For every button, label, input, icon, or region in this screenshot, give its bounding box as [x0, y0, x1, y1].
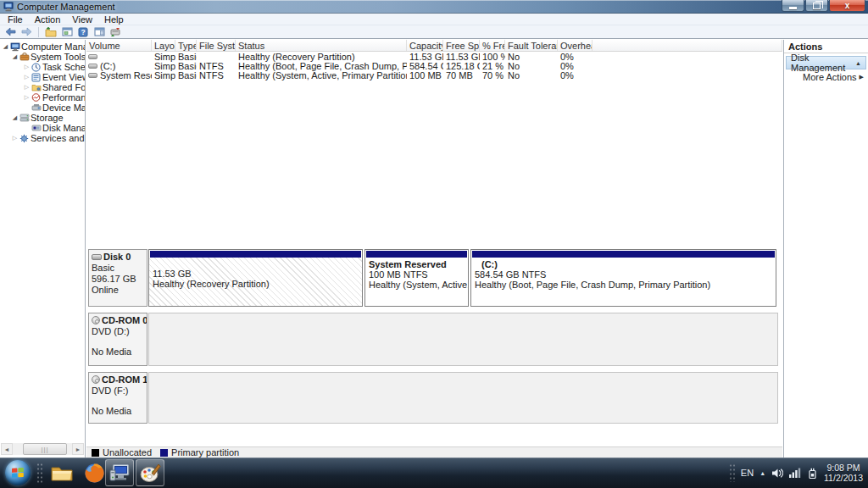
forward-icon[interactable]: [19, 26, 33, 38]
cdrom1-media-area[interactable]: [148, 372, 778, 424]
tree-item-task-scheduler[interactable]: ▷ Task Scheduler: [0, 62, 85, 72]
network-tray-icon[interactable]: [789, 468, 801, 478]
computer-management-icon: [9, 42, 20, 52]
cdrom0-row: CD-ROM 0 DVD (D:) No Media: [88, 313, 778, 366]
restore-button[interactable]: [805, 0, 828, 12]
start-button[interactable]: [5, 460, 31, 485]
col-volume[interactable]: Volume: [86, 40, 152, 51]
tree-item-computer-management[interactable]: ◢ Computer Management: [0, 42, 85, 52]
col-layout[interactable]: Layout: [152, 40, 175, 51]
disk-management-panel: Volume Layout Type File System Status Ca…: [86, 40, 782, 458]
volume-row-system-reserved[interactable]: System Reserved Simple Basic NTFS Health…: [86, 70, 782, 80]
tray-grip[interactable]: [729, 463, 735, 482]
help-icon[interactable]: ?: [76, 26, 90, 38]
expand-arrow-icon[interactable]: ▷: [23, 64, 31, 70]
scroll-right-arrow[interactable]: ►: [72, 443, 84, 455]
system-tools-icon: [19, 53, 30, 61]
scrollbar-thumb[interactable]: |||: [23, 443, 67, 455]
taskbar-paint-button[interactable]: [136, 459, 164, 486]
disk0-row: Disk 0 Basic 596.17 GB Online 11.53 GB H…: [88, 249, 778, 307]
unallocated-legend-swatch: [92, 449, 99, 457]
drive-letter: DVD (F:): [92, 385, 144, 396]
volume-row-c[interactable]: (C:) Simple Basic NTFS Healthy (Boot, Pa…: [86, 61, 782, 70]
menu-help[interactable]: Help: [98, 14, 130, 25]
media-status: No Media: [92, 347, 144, 357]
clock-time: 9:08 PM: [824, 463, 863, 473]
cdrom1-label[interactable]: CD-ROM 1 DVD (F:) No Media: [88, 372, 147, 424]
tree-item-event-viewer[interactable]: ▷ Event Viewer: [0, 72, 85, 82]
taskbar-firefox-icon[interactable]: [80, 461, 108, 485]
collapse-group-icon[interactable]: ▲: [855, 60, 861, 66]
console-window-icon[interactable]: [60, 26, 74, 38]
expand-arrow-icon[interactable]: ▷: [23, 84, 31, 91]
expand-arrow-icon[interactable]: ◢: [2, 43, 9, 50]
volume-file-system: NTFS: [197, 70, 236, 80]
volume-name: System Reserved: [100, 70, 152, 80]
volume-fault-tolerance: No: [505, 70, 558, 80]
tree-item-device-manager[interactable]: Device Manager: [0, 103, 85, 113]
cd-rom-icon: [92, 316, 100, 324]
show-console-tree-icon[interactable]: [44, 26, 58, 38]
toolbar-separator: [38, 27, 39, 37]
col-type[interactable]: Type: [175, 40, 197, 51]
tree-item-shared-folders[interactable]: ▷ Shared Folders: [0, 82, 85, 92]
console-tree-panel: ◢ Computer Management ◢ System Tools ▷: [0, 40, 86, 458]
partition-status: Healthy (Recovery Partition): [153, 279, 359, 289]
col-fault-tolerance[interactable]: Fault Tolerance: [505, 40, 558, 51]
tree-item-performance[interactable]: ▷ Performance: [0, 92, 85, 103]
power-tray-icon[interactable]: [807, 468, 818, 479]
expand-arrow-icon[interactable]: ◢: [11, 53, 19, 60]
cdrom0-label[interactable]: CD-ROM 0 DVD (D:) No Media: [88, 313, 147, 366]
col-file-system[interactable]: File System: [197, 40, 236, 51]
taskbar-grip[interactable]: [36, 463, 43, 483]
volume-free-space: 70 MB: [443, 70, 480, 80]
expand-arrow-icon[interactable]: ◢: [11, 114, 19, 121]
disk0-label[interactable]: Disk 0 Basic 596.17 GB Online: [88, 249, 147, 307]
taskbar-explorer-icon[interactable]: [47, 461, 76, 485]
tree-item-label: Task Scheduler: [42, 62, 85, 72]
col-filler: [593, 40, 782, 51]
tree-item-services-and-applications[interactable]: ▷ Services and Applications: [0, 133, 85, 143]
shared-folders-icon: [31, 83, 42, 92]
partition-system-reserved[interactable]: System Reserved 100 MB NTFS Healthy (Sys…: [364, 249, 469, 307]
col-status[interactable]: Status: [236, 40, 407, 51]
language-indicator[interactable]: EN: [741, 468, 754, 478]
svg-text:?: ?: [81, 28, 85, 36]
disk-management-action-group[interactable]: Disk Management ▲: [786, 56, 866, 69]
expand-arrow-icon[interactable]: ▷: [23, 94, 31, 101]
menu-view[interactable]: View: [66, 14, 98, 25]
taskbar-computer-management-button[interactable]: [105, 459, 134, 486]
back-icon[interactable]: [3, 26, 17, 38]
rescan-disks-icon[interactable]: [108, 26, 122, 38]
more-actions-label: More Actions: [803, 72, 857, 82]
col-capacity[interactable]: Capacity: [407, 40, 443, 51]
taskbar-clock[interactable]: 9:08 PM 11/2/2013: [824, 463, 863, 483]
clock-date: 11/2/2013: [824, 473, 863, 483]
menu-action[interactable]: Action: [29, 14, 67, 25]
menu-file[interactable]: File: [2, 14, 29, 25]
tree-item-storage[interactable]: ◢ Storage: [0, 113, 85, 123]
cdrom0-media-area[interactable]: [148, 313, 778, 366]
volume-row-recovery[interactable]: Simple Basic Healthy (Recovery Partition…: [86, 52, 782, 61]
partition-recovery[interactable]: 11.53 GB Healthy (Recovery Partition): [148, 249, 363, 307]
col-free-space[interactable]: Free Space: [443, 40, 480, 51]
volume-layout: Simple: [152, 70, 175, 80]
col-pct-free[interactable]: % Free: [480, 40, 505, 51]
partition-c[interactable]: (C:) 584.54 GB NTFS Healthy (Boot, Page …: [470, 249, 776, 307]
volume-tray-icon[interactable]: [771, 468, 783, 479]
partition-size: 584.54 GB NTFS: [475, 269, 772, 280]
primary-partition-legend-swatch: [160, 449, 168, 457]
action-pane-icon[interactable]: [92, 26, 106, 38]
minimize-button[interactable]: [782, 0, 804, 12]
scroll-left-arrow[interactable]: ◄: [1, 443, 13, 455]
scrollbar-track[interactable]: |||: [13, 443, 72, 455]
expand-arrow-icon[interactable]: ▷: [23, 74, 31, 80]
col-overhead[interactable]: Overhead: [558, 40, 593, 51]
tree-item-system-tools[interactable]: ◢ System Tools: [0, 52, 85, 62]
show-hidden-icons-icon[interactable]: ▲: [760, 470, 765, 476]
disk-type: Basic: [92, 263, 144, 273]
tree-item-disk-management[interactable]: Disk Management: [0, 123, 85, 133]
tree-horizontal-scrollbar[interactable]: ◄ ||| ►: [1, 443, 84, 455]
expand-arrow-icon[interactable]: ▷: [11, 135, 19, 141]
close-button[interactable]: x: [829, 0, 865, 12]
